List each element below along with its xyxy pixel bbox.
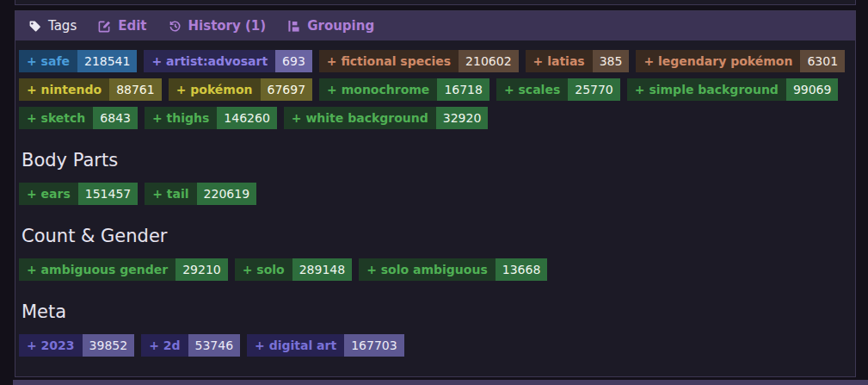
tag-count[interactable]: 53746 bbox=[188, 334, 241, 357]
tag-count[interactable]: 29210 bbox=[175, 258, 228, 281]
tag-link[interactable]: + legendary pokémon bbox=[636, 50, 800, 72]
tag-pill-nintendo: + nintendo88761 bbox=[19, 78, 162, 101]
tag-count[interactable]: 218541 bbox=[77, 50, 137, 72]
pencil-square-icon bbox=[98, 20, 111, 33]
tag-sections: + safe218541+ artist:advosart693+ fictio… bbox=[15, 40, 855, 357]
edit-label: Edit bbox=[118, 18, 146, 34]
tag-link[interactable]: + simple background bbox=[627, 78, 786, 101]
next-panel-edge bbox=[13, 380, 868, 385]
tag-link[interactable]: + tail bbox=[145, 183, 196, 205]
tag-pill-ambiguous-gender: + ambiguous gender29210 bbox=[19, 258, 228, 281]
tag-link[interactable]: + white background bbox=[284, 107, 436, 129]
tag-list: + ambiguous gender29210+ solo289148+ sol… bbox=[19, 258, 851, 281]
history-label: History (1) bbox=[188, 18, 267, 34]
tag-pill-pok-mon: + pokémon67697 bbox=[169, 78, 312, 101]
tag-count[interactable]: 146260 bbox=[217, 107, 276, 129]
tag-link[interactable]: + nintendo bbox=[19, 78, 109, 101]
tag-count[interactable]: 289148 bbox=[292, 258, 352, 281]
tag-link[interactable]: + digital art bbox=[247, 334, 344, 357]
tag-icon bbox=[28, 20, 41, 33]
edit-button[interactable]: Edit bbox=[98, 18, 146, 34]
section-heading: Count & Gender bbox=[22, 225, 848, 247]
section-heading: Body Parts bbox=[22, 149, 848, 171]
list-tree-icon bbox=[287, 20, 300, 33]
tag-pill-simple-background: + simple background99069 bbox=[627, 78, 839, 101]
previous-panel-edge bbox=[15, 0, 856, 5]
tag-count[interactable]: 13668 bbox=[496, 258, 548, 281]
tag-pill-thighs: + thighs146260 bbox=[145, 107, 277, 129]
section-heading: Meta bbox=[22, 301, 848, 323]
tags-panel: Tags Edit History (1) Grouping bbox=[15, 10, 856, 377]
tag-link[interactable]: + latias bbox=[526, 50, 593, 72]
tag-pill-safe: + safe218541 bbox=[19, 50, 137, 72]
clock-rotate-left-icon bbox=[169, 20, 182, 33]
tab-tags[interactable]: Tags bbox=[28, 18, 77, 34]
tag-count[interactable]: 88761 bbox=[109, 78, 162, 101]
tag-count[interactable]: 39852 bbox=[83, 334, 135, 357]
tags-label: Tags bbox=[48, 18, 77, 34]
tag-link[interactable]: + 2d bbox=[141, 334, 188, 357]
tag-pill-latias: + latias385 bbox=[526, 50, 630, 72]
tag-count[interactable]: 167703 bbox=[344, 334, 403, 357]
tag-count[interactable]: 385 bbox=[593, 50, 630, 72]
tag-link[interactable]: + artist:advosart bbox=[144, 50, 275, 72]
tag-count[interactable]: 151457 bbox=[78, 183, 138, 205]
tag-count[interactable]: 16718 bbox=[437, 78, 489, 101]
tag-link[interactable]: + thighs bbox=[145, 107, 217, 129]
grouping-label: Grouping bbox=[307, 18, 374, 34]
tag-list: + safe218541+ artist:advosart693+ fictio… bbox=[19, 50, 851, 129]
tag-pill-sketch: + sketch6843 bbox=[19, 107, 138, 129]
tag-count[interactable]: 693 bbox=[275, 50, 312, 72]
tag-count[interactable]: 25770 bbox=[568, 78, 620, 101]
tag-pill-solo-ambiguous: + solo ambiguous13668 bbox=[359, 258, 547, 281]
tag-link[interactable]: + solo ambiguous bbox=[359, 258, 496, 281]
tag-list: + 202339852+ 2d53746+ digital art167703 bbox=[19, 334, 851, 357]
tag-count[interactable]: 32920 bbox=[436, 107, 489, 129]
tag-count[interactable]: 67697 bbox=[261, 78, 313, 101]
tag-pill-2023: + 202339852 bbox=[19, 334, 134, 357]
tag-pill-ears: + ears151457 bbox=[19, 183, 138, 205]
tag-link[interactable]: + monochrome bbox=[319, 78, 437, 101]
tag-pill-2d: + 2d53746 bbox=[141, 334, 240, 357]
tag-link[interactable]: + safe bbox=[19, 50, 77, 72]
tag-count[interactable]: 210602 bbox=[459, 50, 518, 72]
tag-link[interactable]: + pokémon bbox=[169, 78, 261, 101]
tag-pill-scales: + scales25770 bbox=[496, 78, 620, 101]
tag-pill-artist-advosart: + artist:advosart693 bbox=[144, 50, 311, 72]
grouping-button[interactable]: Grouping bbox=[287, 18, 374, 34]
tag-pill-solo: + solo289148 bbox=[235, 258, 352, 281]
tag-link[interactable]: + ambiguous gender bbox=[19, 258, 175, 281]
tag-pill-monochrome: + monochrome16718 bbox=[319, 78, 489, 101]
tag-link[interactable]: + sketch bbox=[19, 107, 93, 129]
tag-pill-legendary-pok-mon: + legendary pokémon6301 bbox=[636, 50, 845, 72]
tag-link[interactable]: + solo bbox=[235, 258, 292, 281]
tag-count[interactable]: 6301 bbox=[800, 50, 845, 72]
tag-link[interactable]: + scales bbox=[496, 78, 568, 101]
tag-pill-fictional-species: + fictional species210602 bbox=[319, 50, 519, 72]
tag-count[interactable]: 220619 bbox=[197, 183, 256, 205]
tags-toolbar: Tags Edit History (1) Grouping bbox=[15, 11, 855, 40]
tag-link[interactable]: + fictional species bbox=[319, 50, 459, 72]
tag-list: + ears151457+ tail220619 bbox=[19, 183, 851, 205]
tag-pill-white-background: + white background32920 bbox=[284, 107, 489, 129]
tag-pill-tail: + tail220619 bbox=[145, 183, 256, 205]
tag-link[interactable]: + 2023 bbox=[19, 334, 83, 357]
tag-count[interactable]: 6843 bbox=[93, 107, 138, 129]
tag-pill-digital-art: + digital art167703 bbox=[247, 334, 404, 357]
tag-link[interactable]: + ears bbox=[19, 183, 78, 205]
history-button[interactable]: History (1) bbox=[169, 18, 267, 34]
tag-count[interactable]: 99069 bbox=[786, 78, 839, 101]
